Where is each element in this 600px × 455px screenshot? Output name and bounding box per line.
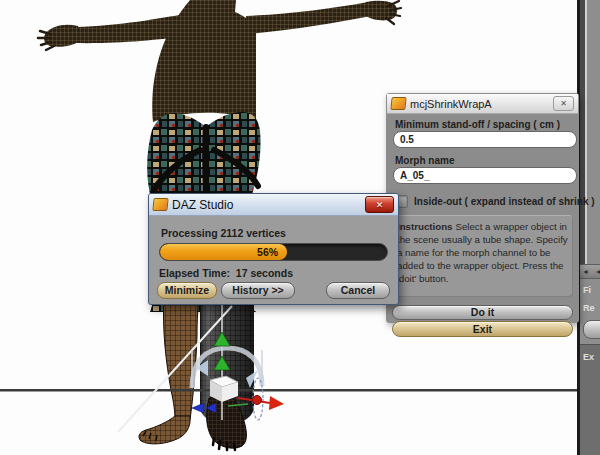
daz-app-icon [152, 198, 168, 211]
minimize-button[interactable]: Minimize [157, 282, 217, 299]
inside-out-label: Inside-out ( expand instead of shrink ) [414, 196, 595, 207]
panel-scroll-arrows-icon[interactable]: ◄ ◄ [580, 264, 600, 279]
morph-name-input[interactable] [393, 167, 577, 184]
panel-label-fragment-1: Fi [583, 285, 591, 295]
panel-button-fragment[interactable] [583, 320, 600, 339]
z-axis-arrow-icon [192, 403, 204, 413]
standoff-input[interactable] [393, 131, 577, 148]
cancel-button[interactable]: Cancel [326, 282, 390, 299]
progress-dialog-title: DAZ Studio [172, 198, 361, 212]
daz-studio-window: ◄ ◄ Fi Re Ex mcjShrinkWrapA ✕ Minimum st… [0, 0, 600, 455]
inside-out-checkbox-row[interactable]: Inside-out ( expand instead of shrink ) [395, 195, 595, 208]
shrinkwrap-dialog-title: mcjShrinkWrapA [410, 98, 549, 110]
progress-titlebar[interactable]: DAZ Studio ✕ [149, 194, 398, 216]
instructions-heading: Instructions [397, 221, 452, 232]
daz-plugin-icon [390, 97, 406, 110]
exit-button[interactable]: Exit [392, 321, 573, 337]
right-dock-panel: ◄ ◄ Fi Re Ex [580, 0, 600, 455]
ground-line [0, 389, 578, 392]
progress-dialog: DAZ Studio ✕ Processing 2112 vertices 56… [148, 193, 399, 305]
close-button[interactable]: ✕ [365, 196, 394, 213]
morph-name-label: Morph name [395, 155, 454, 166]
shrinkwrap-dialog: mcjShrinkWrapA ✕ Minimum stand-off / spa… [386, 93, 579, 323]
close-icon[interactable]: ✕ [553, 96, 574, 111]
progress-percent: 56% [257, 246, 278, 258]
panel-label-fragment-2: Re [583, 303, 595, 313]
panel-label-fragment-3: Ex [583, 352, 594, 362]
dock-divider-light [585, 0, 587, 264]
history-button[interactable]: History >> [221, 282, 295, 299]
progress-bar: 56% [159, 243, 388, 261]
progress-fill: 56% [160, 244, 287, 260]
elapsed-time-text: Elapsed Time: 17 seconds [159, 267, 293, 279]
do-it-button[interactable]: Do it [392, 305, 573, 320]
standoff-label: Minimum stand-off / spacing ( cm ) [395, 119, 560, 130]
progress-status-text: Processing 2112 vertices [161, 227, 286, 239]
close-icon: ✕ [376, 200, 384, 210]
shrinkwrap-dialog-body: Minimum stand-off / spacing ( cm ) Morph… [387, 113, 578, 322]
instructions-panel: InstructionsSelect a wrapper object in t… [392, 215, 573, 297]
shrinkwrap-titlebar[interactable]: mcjShrinkWrapA ✕ [387, 94, 578, 114]
